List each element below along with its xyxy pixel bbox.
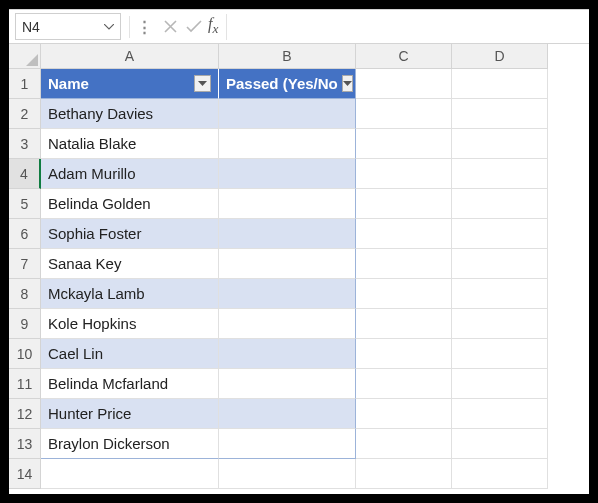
cell[interactable] [219, 459, 356, 489]
cell[interactable] [356, 459, 452, 489]
filter-button[interactable] [194, 75, 211, 92]
cell[interactable] [452, 249, 548, 279]
cell[interactable] [356, 399, 452, 429]
confirm-formula-button[interactable] [182, 14, 206, 40]
row-header[interactable]: 6 [9, 219, 41, 249]
row-header[interactable]: 1 [9, 69, 41, 99]
row-header[interactable]: 8 [9, 279, 41, 309]
table-row: Belinda Mcfarland [41, 369, 589, 399]
table-row: Braylon Dickerson [41, 429, 589, 459]
cell[interactable]: Bethany Davies [41, 99, 219, 129]
chevron-down-icon [104, 21, 114, 32]
fx-icon[interactable]: fx [208, 15, 218, 37]
cell[interactable] [452, 459, 548, 489]
cell[interactable]: Mckayla Lamb [41, 279, 219, 309]
column-header[interactable]: C [356, 44, 452, 69]
grid: A B C D Name Passed (Yes/No [41, 44, 589, 494]
cell[interactable] [452, 369, 548, 399]
cell[interactable] [356, 249, 452, 279]
row-header[interactable]: 2 [9, 99, 41, 129]
cell[interactable]: Braylon Dickerson [41, 429, 219, 459]
sheet-area: 1 2 3 4 5 6 7 8 9 10 11 12 13 14 A B C [9, 44, 589, 494]
row-header[interactable]: 9 [9, 309, 41, 339]
table-header-cell[interactable]: Name [41, 69, 219, 99]
cell[interactable] [452, 279, 548, 309]
cell[interactable] [219, 219, 356, 249]
spreadsheet-app: N4 ⋮ fx 1 2 3 4 5 6 7 8 [9, 9, 589, 494]
cell[interactable] [356, 309, 452, 339]
row-header[interactable]: 11 [9, 369, 41, 399]
table-row: Cael Lin [41, 339, 589, 369]
cell[interactable] [356, 99, 452, 129]
cell[interactable] [219, 309, 356, 339]
table-header-row: Name Passed (Yes/No [41, 69, 589, 99]
cell[interactable]: Natalia Blake [41, 129, 219, 159]
cell[interactable] [356, 339, 452, 369]
name-box-value: N4 [22, 19, 104, 35]
column-header[interactable]: B [219, 44, 356, 69]
cell[interactable] [452, 189, 548, 219]
cell[interactable] [356, 69, 452, 99]
divider-dots: ⋮ [137, 18, 152, 36]
cell[interactable]: Belinda Golden [41, 189, 219, 219]
cell[interactable] [219, 279, 356, 309]
column-header[interactable]: D [452, 44, 548, 69]
row-header[interactable]: 13 [9, 429, 41, 459]
cell[interactable]: Sophia Foster [41, 219, 219, 249]
cell[interactable]: Belinda Mcfarland [41, 369, 219, 399]
cell[interactable] [219, 129, 356, 159]
grid-body: Name Passed (Yes/No Be [41, 69, 589, 489]
cell[interactable] [356, 129, 452, 159]
cell[interactable]: Sanaa Key [41, 249, 219, 279]
cell[interactable] [356, 369, 452, 399]
select-all-corner[interactable] [9, 44, 41, 69]
row-header[interactable]: 14 [9, 459, 41, 489]
cell[interactable] [452, 339, 548, 369]
row-header[interactable]: 4 [9, 159, 41, 189]
filter-button[interactable] [342, 75, 353, 92]
row-header[interactable]: 7 [9, 249, 41, 279]
cell[interactable] [356, 429, 452, 459]
cell[interactable] [41, 459, 219, 489]
cancel-formula-button[interactable] [158, 14, 182, 40]
cell[interactable] [356, 279, 452, 309]
cell[interactable] [356, 219, 452, 249]
cell[interactable] [219, 369, 356, 399]
cell[interactable] [219, 189, 356, 219]
row-header[interactable]: 3 [9, 129, 41, 159]
table-row: Sophia Foster [41, 219, 589, 249]
cell[interactable] [452, 129, 548, 159]
cell[interactable]: Adam Murillo [41, 159, 219, 189]
cell[interactable] [356, 189, 452, 219]
cell[interactable] [452, 159, 548, 189]
grid-row [41, 459, 589, 489]
table-row: Natalia Blake [41, 129, 589, 159]
table-row: Mckayla Lamb [41, 279, 589, 309]
cell[interactable] [452, 399, 548, 429]
cell[interactable] [219, 99, 356, 129]
header-label: Name [48, 75, 89, 92]
cell[interactable] [452, 99, 548, 129]
table-row: Belinda Golden [41, 189, 589, 219]
name-box[interactable]: N4 [15, 13, 121, 40]
row-header[interactable]: 12 [9, 399, 41, 429]
cell[interactable] [219, 249, 356, 279]
table-header-cell[interactable]: Passed (Yes/No [219, 69, 356, 99]
table-row: Kole Hopkins [41, 309, 589, 339]
cell[interactable] [219, 339, 356, 369]
cell[interactable] [452, 309, 548, 339]
cell[interactable]: Hunter Price [41, 399, 219, 429]
row-header[interactable]: 10 [9, 339, 41, 369]
cell[interactable] [452, 219, 548, 249]
cell[interactable]: Cael Lin [41, 339, 219, 369]
cell[interactable] [219, 159, 356, 189]
cell[interactable] [219, 429, 356, 459]
cell[interactable] [219, 399, 356, 429]
column-header[interactable]: A [41, 44, 219, 69]
cell[interactable] [356, 159, 452, 189]
row-header[interactable]: 5 [9, 189, 41, 219]
cell[interactable] [452, 429, 548, 459]
formula-input[interactable] [226, 14, 589, 40]
cell[interactable] [452, 69, 548, 99]
cell[interactable]: Kole Hopkins [41, 309, 219, 339]
